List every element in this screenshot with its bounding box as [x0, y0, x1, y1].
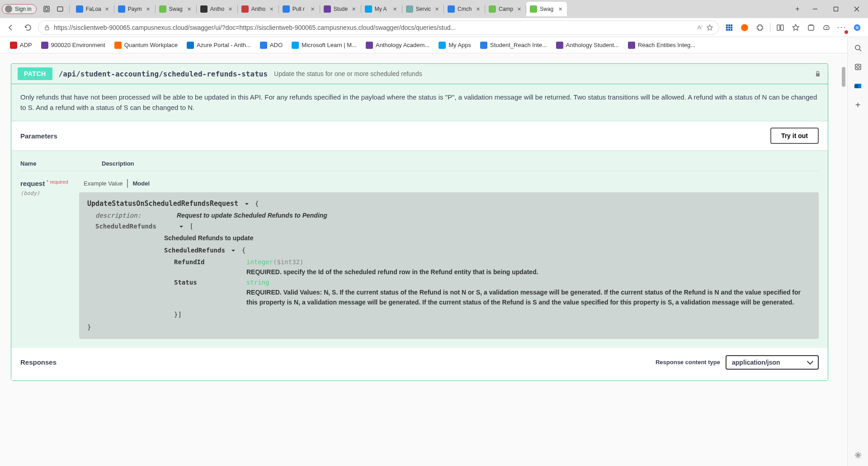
workspaces-icon[interactable] — [40, 3, 53, 15]
refresh-button[interactable] — [21, 20, 35, 35]
try-it-out-button[interactable]: Try it out — [770, 128, 819, 144]
copilot-icon[interactable] — [850, 20, 864, 35]
bookmark-favicon — [260, 42, 267, 49]
read-aloud-icon[interactable]: A⁾ — [697, 24, 703, 31]
sidebar-add-icon[interactable]: + — [853, 100, 863, 110]
operation-summary-row[interactable]: PATCH /api/student-accounting/scheduled-… — [11, 64, 828, 84]
browser-tab[interactable]: FaLoa✕ — [72, 2, 114, 16]
url-input[interactable]: https://sisclientweb-900065.campusnexus.… — [38, 20, 719, 35]
operation-description: Only refunds that have not been processe… — [11, 84, 828, 121]
tab-favicon — [118, 5, 125, 13]
collections-icon[interactable] — [804, 20, 818, 35]
tab-favicon — [489, 5, 496, 13]
bookmark-item[interactable]: Student_Reach Inte... — [476, 40, 551, 51]
responses-title: Responses — [20, 358, 57, 366]
tab-close-icon[interactable]: ✕ — [351, 6, 357, 12]
sidebar-outlook-icon[interactable] — [853, 81, 863, 91]
tab-close-icon[interactable]: ✕ — [557, 6, 563, 12]
tab-close-icon[interactable]: ✕ — [227, 6, 234, 12]
favorite-star-icon[interactable] — [706, 24, 713, 31]
tab-title: Antho — [210, 6, 225, 12]
bookmark-item[interactable]: Anthology Student... — [552, 40, 623, 51]
tab-close-icon[interactable]: ✕ — [475, 6, 481, 12]
browser-tabs: FaLoa✕Paym✕Swag✕Antho✕Antho✕Pull r✕Stude… — [72, 0, 789, 18]
scrollbar[interactable] — [841, 55, 846, 464]
performance-icon[interactable] — [819, 20, 834, 35]
expand-icon[interactable] — [244, 201, 250, 207]
tab-actions-icon[interactable] — [54, 3, 66, 15]
tab-close-icon[interactable]: ✕ — [392, 6, 398, 12]
bookmark-item[interactable]: My Apps — [435, 40, 475, 51]
model-root-close: } — [87, 323, 811, 333]
prop-refundid-format: ($int32) — [273, 258, 303, 266]
tab-close-icon[interactable]: ✕ — [145, 6, 151, 12]
browser-titlebar: Sign in FaLoa✕Paym✕Swag✕Antho✕Antho✕Pull… — [0, 0, 868, 18]
tab-title: Servic — [416, 6, 431, 12]
signin-label: Sign in — [15, 6, 32, 12]
favorites-icon[interactable] — [788, 20, 803, 35]
browser-tab[interactable]: My A✕ — [361, 2, 402, 16]
tab-close-icon[interactable]: ✕ — [434, 6, 440, 12]
bookmark-item[interactable]: Microsoft Learn | M... — [288, 40, 360, 51]
tab-close-icon[interactable]: ✕ — [186, 6, 193, 12]
new-tab-button[interactable]: + — [790, 5, 805, 13]
bookmark-item[interactable]: Anthology Academ... — [362, 40, 433, 51]
bookmark-label: 900020 Environment — [51, 42, 105, 48]
tab-favicon — [406, 5, 413, 13]
response-content-type-select[interactable]: application/json — [726, 355, 819, 370]
extensions-icon[interactable] — [753, 20, 767, 35]
ext-grid-icon[interactable] — [722, 20, 736, 35]
auth-lock-icon[interactable] — [814, 70, 821, 77]
browser-tab[interactable]: Paym✕ — [114, 2, 155, 16]
browser-tab[interactable]: Swag✕ — [526, 2, 567, 16]
ext-orange-icon[interactable] — [737, 20, 752, 35]
response-content-type-value: application/json — [732, 359, 780, 366]
tab-close-icon[interactable]: ✕ — [516, 6, 522, 12]
browser-tab[interactable]: Stude✕ — [320, 2, 361, 16]
bookmark-item[interactable]: Azure Portal - Anth... — [183, 40, 255, 51]
sidebar-search-icon[interactable] — [853, 43, 863, 53]
bookmark-label: Anthology Academ... — [376, 42, 429, 48]
sidebar-settings-icon[interactable] — [853, 450, 863, 461]
back-button[interactable] — [4, 20, 18, 35]
minimize-button[interactable] — [806, 2, 825, 16]
browser-tab[interactable]: Antho✕ — [197, 2, 237, 16]
svg-rect-11 — [726, 27, 728, 29]
tab-close-icon[interactable]: ✕ — [310, 6, 316, 12]
tab-model[interactable]: Model — [128, 179, 154, 188]
maximize-button[interactable] — [826, 2, 845, 16]
bookmark-favicon — [292, 42, 299, 49]
tab-close-icon[interactable]: ✕ — [269, 6, 275, 12]
bookmark-item[interactable]: ADO — [256, 40, 286, 51]
browser-tab[interactable]: Camp✕ — [485, 2, 526, 16]
browser-tab[interactable]: Antho✕ — [238, 2, 278, 16]
tab-example-value[interactable]: Example Value — [79, 179, 127, 188]
browser-tab[interactable]: Servic✕ — [402, 2, 443, 16]
sidebar-tools-icon[interactable] — [853, 62, 863, 72]
bookmark-item[interactable]: Quantum Workplace — [111, 40, 181, 51]
browser-tab[interactable]: Cmch✕ — [444, 2, 485, 16]
bookmark-item[interactable]: ADP — [6, 40, 36, 51]
browser-tab[interactable]: Swag✕ — [156, 2, 196, 16]
split-screen-icon[interactable] — [773, 20, 788, 35]
bookmark-label: Azure Portal - Anth... — [197, 42, 251, 48]
bookmark-item[interactable]: 900020 Environment — [38, 40, 109, 51]
more-icon[interactable]: ··· — [835, 20, 849, 35]
svg-rect-29 — [816, 73, 820, 76]
bookmark-favicon — [480, 42, 487, 49]
expand-icon[interactable] — [231, 248, 236, 253]
expand-icon[interactable] — [179, 224, 184, 229]
bookmark-item[interactable]: Reach Entities Integ... — [624, 40, 699, 51]
tab-favicon — [241, 5, 249, 13]
prop-scheduledrefunds-key: ScheduledRefunds — [95, 222, 172, 232]
tab-close-icon[interactable]: ✕ — [104, 6, 110, 12]
browser-tab[interactable]: Pull r✕ — [279, 2, 320, 16]
bookmark-label: ADP — [20, 42, 32, 48]
svg-rect-13 — [731, 27, 732, 29]
tab-title: Antho — [251, 6, 266, 12]
scrollbar-thumb[interactable] — [842, 67, 845, 87]
svg-rect-16 — [731, 29, 732, 31]
close-window-button[interactable] — [847, 2, 866, 16]
tab-title: Camp — [499, 6, 513, 12]
signin-button[interactable]: Sign in — [2, 4, 37, 14]
